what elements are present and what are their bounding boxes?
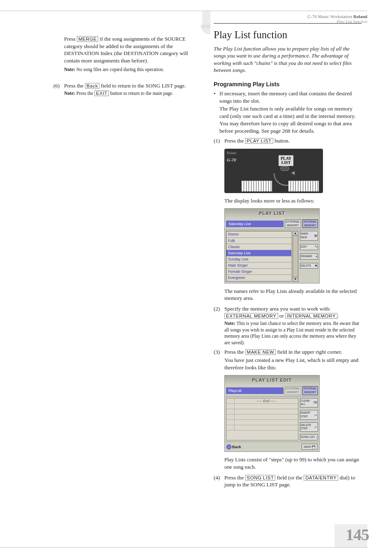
delete-icon: ▭ [314, 425, 317, 429]
table-row[interactable]: ----- End ----- [226, 398, 298, 404]
x-icon: ✖ [315, 264, 317, 268]
step-number: (1) [214, 137, 224, 145]
table-row [226, 425, 298, 431]
external-memory-button-label: EXTERNAL MEMORY [224, 313, 278, 319]
list-item[interactable]: Dance [226, 231, 291, 237]
delete-step-button[interactable]: DELETE STEP▭ [300, 422, 318, 432]
list-item[interactable]: Classic [226, 244, 291, 250]
screenshot-playlist: PLAY LIST Saturday Live EXTERNAL MEMORY … [224, 208, 362, 283]
table-row [226, 404, 298, 409]
device-model-label: G-70 [227, 157, 236, 163]
subsection-heading: Programming Play Lists [214, 81, 362, 88]
save-button[interactable]: SAVE 💾 [302, 444, 318, 450]
corner-decoration [201, 25, 210, 35]
scroll-down-icon[interactable]: ▼ [293, 277, 298, 282]
list-item[interactable]: Saturday Live [226, 250, 291, 256]
page-header: G-70 Music Workstation Roland Play List … [307, 14, 367, 24]
list-item[interactable]: Male Singer [226, 263, 291, 269]
scrollbar[interactable]: ▲ ▼ [293, 231, 298, 281]
delete-button[interactable]: DELETE✖ [300, 263, 318, 269]
paragraph: The display looks more or less as follow… [224, 197, 362, 205]
left-paragraph: Press MERGE if the song assignments of t… [64, 35, 201, 64]
section-heading: Play List function [214, 28, 362, 42]
table-row [226, 420, 298, 425]
text: Press [64, 36, 77, 42]
internal-memory-button[interactable]: INTERNAL MEMORY [302, 219, 318, 228]
bullet-body: The Play List function is only available… [214, 105, 362, 134]
h2-rule [214, 23, 362, 24]
note-text: No song files are copied during this ope… [75, 67, 164, 72]
step-3: (3) Press the MAKE NEW field in the uppe… [214, 348, 362, 371]
step-text: Press the Back field to return to the SO… [64, 82, 201, 90]
edit-button[interactable]: EDIT✎ [300, 244, 318, 250]
back-button-label: Back [85, 83, 100, 89]
list-item[interactable]: Folk [226, 238, 291, 244]
pencil-icon: ✎ [315, 245, 317, 249]
screen-title: PLAY LIST EDIT [225, 375, 319, 385]
text: Press the [224, 349, 245, 355]
text: button. [273, 138, 290, 144]
external-memory-button[interactable]: EXTERNAL MEMORY [285, 386, 301, 395]
screen-bottom-bar: Back SAVE 💾 [225, 442, 319, 451]
text: . [337, 313, 339, 319]
make-new-button[interactable]: MAKE NEW▤ [300, 231, 318, 241]
play-list-callout: PLAY LIST [279, 155, 293, 166]
bullet-item: If necessary, insert the memory card tha… [214, 90, 362, 105]
insert-icon: ▭ [314, 413, 317, 417]
list-item[interactable]: Sunday Live [226, 256, 291, 263]
list-item[interactable]: Evergreen [226, 275, 291, 281]
back-button[interactable]: Back [226, 444, 241, 450]
step-text: Specify the memory area you want to work… [224, 305, 362, 320]
label: DELETE [301, 264, 311, 268]
note-label: Note: [224, 321, 235, 326]
label: EDIT [301, 245, 307, 249]
screen-list[interactable]: Dance Folk Classic Saturday Live Sunday … [226, 231, 292, 281]
merge-button-label: MERGE [77, 36, 99, 42]
scroll-track[interactable] [293, 236, 298, 276]
text: field in the upper right corner. [276, 349, 342, 355]
clear-all-button[interactable]: CLEAR ALL⌫ [300, 398, 318, 408]
header-product: G-70 Music Workstation [307, 14, 352, 19]
screen-top-bar: Saturday Live EXTERNAL MEMORY INTERNAL M… [225, 218, 319, 230]
step-6: (6) Press the Back field to return to th… [53, 82, 201, 97]
step-table[interactable]: ----- End ----- [226, 398, 298, 440]
right-column: Play List function The Play List functio… [214, 35, 362, 491]
keyboard-keys-icon [242, 181, 272, 191]
paragraph: You have just created a new Play List, w… [224, 357, 362, 371]
make-new-button-label: MAKE NEW [245, 349, 276, 355]
screen: PLAY LIST Saturday Live EXTERNAL MEMORY … [224, 208, 320, 283]
text: field to return to the SONG LIST page. [99, 83, 186, 89]
screen-side-buttons: MAKE NEW▤ EDIT✎ RENAMEᴀ DELETE✖ [300, 231, 318, 281]
broom-icon: ⌫ [313, 401, 317, 405]
text: Press the [64, 83, 85, 89]
screen-selected-name: Saturday Live [226, 221, 284, 227]
text: field (or the [275, 474, 304, 481]
text: Press the [75, 91, 95, 96]
insert-step-button[interactable]: INSERT STEP▭ [300, 410, 318, 420]
left-note-1: Note: No song files are copied during th… [64, 66, 201, 73]
step-number: (3) [214, 348, 224, 356]
label: SAVE [304, 445, 311, 448]
label: INSERT STEP [301, 411, 314, 419]
header-rule [0, 11, 367, 11]
step-1: (1) Press the PLAY LIST button. [214, 137, 362, 145]
note-label: Note: [64, 91, 75, 96]
text: or [278, 313, 286, 319]
paragraph: Play Lists consist of "steps" (up to 99)… [224, 456, 362, 470]
exit-button-label: EXIT [95, 90, 109, 96]
list-item[interactable]: Female Singer [226, 269, 291, 275]
internal-memory-button[interactable]: INTERNAL MEMORY [302, 386, 318, 395]
scroll-up-icon[interactable]: ▲ [293, 231, 298, 236]
play-list-hardware-button [280, 166, 289, 171]
step-number: (6) [53, 82, 64, 90]
screenshot-playlist-edit: PLAY LIST EDIT PlayList EXTERNAL MEMORY … [224, 375, 362, 452]
device-photo: Roland G-70 PLAY LIST [224, 149, 362, 193]
external-memory-button[interactable]: EXTERNAL MEMORY [285, 219, 301, 228]
screen-title: PLAY LIST [225, 209, 319, 218]
step-note: Note: Press the EXIT button to return to… [64, 90, 201, 97]
song-list-button[interactable]: SONG LIST♪ [300, 434, 318, 440]
song-list-button-label: SONG LIST [245, 475, 276, 481]
rename-button[interactable]: RENAMEᴀ [300, 253, 318, 260]
intro-paragraph: The Play List function allows you to pre… [214, 45, 362, 74]
step-4: (4) Press the SONG LIST field (or the DA… [214, 474, 362, 489]
